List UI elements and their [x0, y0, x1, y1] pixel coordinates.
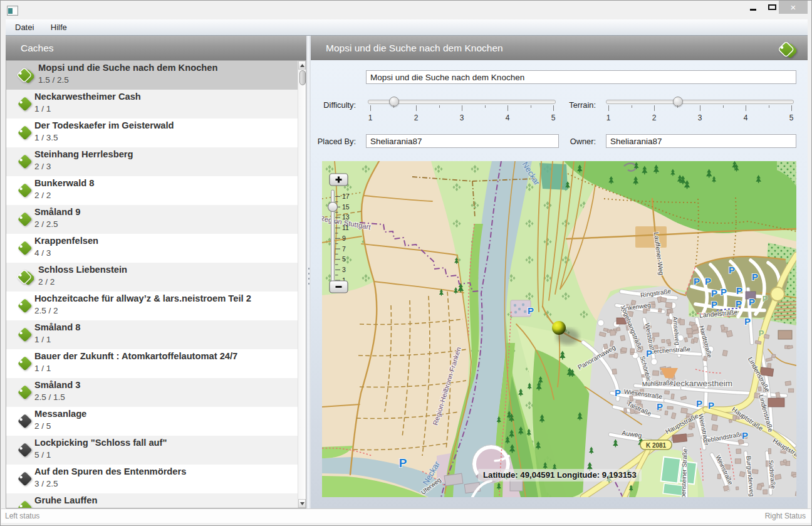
placed-by-input[interactable] [366, 134, 559, 148]
map-coordinates: Latitude: 49,04591 Longitude: 9,193153 [478, 469, 642, 481]
tag-icon [778, 40, 796, 61]
zoom-level-label: 15 [342, 203, 350, 211]
placed-by-label: Placed By: [293, 137, 356, 146]
cache-rating: 1 / 3.5 [34, 133, 58, 142]
tag-green-icon [16, 182, 34, 202]
parking-icon: P [736, 298, 742, 309]
parking-icon: P [729, 265, 735, 275]
cache-list-item[interactable]: Bauer der Zukunft : Atomkartoffelautomat… [6, 349, 299, 378]
zoom-level-label: 9 [342, 234, 346, 242]
cache-rating: 2 / 5 [34, 421, 51, 431]
tag-green-icon [16, 326, 34, 346]
parking-icon: P [721, 287, 727, 297]
cache-name: Småland 3 [34, 380, 80, 390]
owner-input[interactable] [606, 134, 796, 148]
zoom-level-label: 17 [342, 192, 350, 200]
scrollbar-down-button[interactable] [298, 499, 306, 508]
tag-green-icon [16, 499, 34, 508]
slider-number: 3 [698, 113, 702, 122]
slider-tick [462, 105, 462, 111]
slider-tick [746, 105, 746, 111]
cache-list-item[interactable]: Lockpicking "Schloss fall auf"5 / 1 [6, 436, 299, 465]
slider-tick [508, 105, 508, 111]
terrain-slider-thumb[interactable] [673, 97, 683, 107]
slider-tick [485, 105, 486, 108]
cache-list: Mopsi und die Suche nach dem Knochen1.5 … [6, 60, 306, 508]
caches-panel-title: Caches [21, 43, 54, 54]
road-badge-k2081: K 2081 [640, 440, 672, 450]
cache-rating: 4 / 3 [34, 248, 51, 258]
tag-green-double-icon [16, 268, 34, 288]
tag-green-icon [16, 211, 34, 231]
zoom-slider-thumb[interactable] [328, 203, 338, 212]
parking-icon: P [744, 316, 751, 327]
titlebar: × [1, 1, 811, 19]
terrain-slider[interactable]: 12345 [606, 97, 794, 122]
parking-icon: P [615, 387, 621, 398]
cache-rating: 2.5 / 2 [34, 306, 58, 315]
tag-dark-icon [16, 470, 34, 490]
parking-icon: P [759, 329, 764, 338]
cache-list-item[interactable]: Småland 81 / 1 [6, 320, 299, 349]
cache-list-item[interactable]: Krappenfelsen4 / 3 [6, 234, 299, 263]
map[interactable]: NeckarNeckarRegion StuttgartRegion-Heilb… [322, 161, 796, 497]
zoom-in-button[interactable] [330, 174, 348, 186]
cache-name: Småland 9 [34, 207, 80, 217]
cache-name: Der Todeskaefer im Geisterwald [34, 120, 174, 130]
parking-icon: P [742, 430, 748, 441]
tag-green-icon [16, 297, 34, 317]
cache-list-item[interactable]: Småland 32.5 / 1.5 [6, 378, 299, 407]
parking-icon: P [711, 288, 717, 298]
parking-icon: P [752, 271, 758, 282]
tag-dark-icon [16, 413, 34, 433]
cache-rating: 1 / 1 [34, 335, 51, 344]
cache-list-item[interactable]: Messanlage2 / 5 [6, 407, 299, 436]
statusbar: Left status Right Status [1, 508, 811, 523]
cache-rating: 2 / 3 [34, 162, 51, 171]
cache-list-item[interactable]: Småland 92 / 2.5 [6, 205, 299, 234]
zoom-level-label: 13 [342, 213, 350, 221]
terrain-slider-track[interactable] [606, 100, 794, 104]
name-input[interactable] [366, 70, 796, 84]
cache-marker[interactable] [552, 321, 566, 335]
difficulty-slider[interactable]: 12345 [368, 97, 556, 122]
cache-list-item[interactable]: Hochzeitcache für allway’z & lars.neistr… [6, 292, 299, 320]
cache-list-item[interactable]: Schloss Liebenstein2 / 2 [6, 263, 299, 292]
parking-icon: P [763, 294, 768, 303]
cache-name: Messanlage [34, 409, 86, 419]
cache-list-item[interactable]: Bunkerwald 82 / 2 [6, 176, 299, 205]
app-window: × Datei Hilfe Caches Mopsi und die Suche… [0, 0, 812, 526]
list-scrollbar[interactable] [298, 61, 306, 508]
parking-icon: P [694, 276, 700, 287]
cache-list-item[interactable]: Der Todeskaefer im Geisterwald1 / 3.5 [6, 118, 299, 147]
scrollbar-up-button[interactable] [298, 61, 306, 70]
cache-list-item[interactable]: Mopsi und die Suche nach dem Knochen1.5 … [6, 61, 299, 90]
parking-icon: P [657, 401, 663, 412]
cache-rating: 3 / 2.5 [34, 479, 58, 488]
cache-name: Neckarwestheimer Cash [34, 92, 141, 102]
slider-tick [531, 105, 531, 108]
terrain-label: Terrain: [533, 100, 596, 110]
parking-icon: P [708, 400, 714, 411]
cache-rating: 1.5 / 2.5 [38, 75, 69, 85]
scrollbar-thumb[interactable] [299, 70, 306, 85]
parking-icon: P [528, 305, 534, 316]
cache-list-item[interactable]: Neckarwestheimer Cash1 / 1 [6, 90, 299, 118]
zoom-level-label: 7 [342, 245, 346, 253]
cache-list-item[interactable]: Steinhang Herrlesberg2 / 3 [6, 147, 299, 176]
menu-hilfe[interactable]: Hilfe [46, 19, 71, 35]
menu-datei[interactable]: Datei [11, 19, 38, 35]
zoom-out-button[interactable] [330, 281, 348, 293]
cache-name: Lockpicking "Schloss fall auf" [34, 438, 167, 448]
map-label-town: Neckarwestheim [670, 379, 732, 388]
minimize-button[interactable] [744, 1, 763, 14]
difficulty-slider-thumb[interactable] [389, 97, 399, 107]
detail-panel-title: Mopsi und die Suche nach dem Knochen [326, 43, 503, 54]
cache-rating: 2.5 / 1.5 [34, 392, 65, 402]
cache-list-item[interactable]: Auf den Spuren des Entenmörders3 / 2.5 [6, 465, 299, 493]
cache-name: Småland 8 [34, 322, 80, 332]
close-button[interactable]: × [779, 1, 808, 14]
parking-icon: P [705, 276, 711, 287]
cache-list-item[interactable]: Gruhe Lauffen [6, 493, 299, 508]
cache-name: Schloss Liebenstein [38, 265, 127, 275]
